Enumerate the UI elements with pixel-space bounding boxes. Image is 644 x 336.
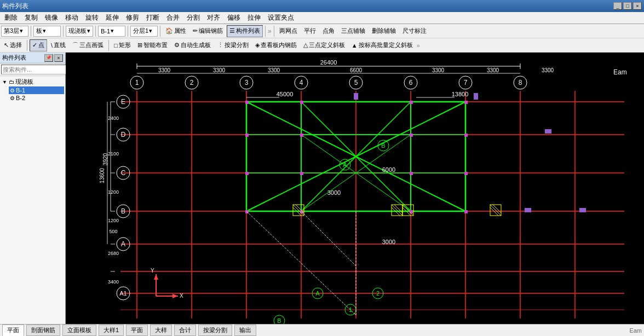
- svg-text:6600: 6600: [350, 67, 363, 73]
- delete-axis-button[interactable]: 删除辅轴: [369, 25, 399, 37]
- menu-stretch[interactable]: 拉伸: [244, 12, 264, 24]
- svg-text:C: C: [121, 169, 126, 177]
- svg-text:7: 7: [464, 79, 468, 86]
- menu-copy[interactable]: 复制: [21, 12, 41, 24]
- svg-text:E: E: [121, 98, 125, 106]
- two-points-button[interactable]: 两网点: [277, 25, 300, 37]
- sep2: [63, 26, 64, 37]
- menu-break[interactable]: 打断: [143, 12, 163, 24]
- svg-text:5: 5: [354, 79, 358, 86]
- svg-text:1200: 1200: [108, 189, 119, 195]
- cad-drawing: 1 2 3 4 5 6 7 8 E D C B A: [66, 53, 644, 324]
- menu-delete[interactable]: 删除: [1, 12, 21, 24]
- svg-text:4: 4: [300, 79, 303, 86]
- menu-setgrip[interactable]: 设置夹点: [264, 12, 297, 24]
- menu-mirror[interactable]: 镜像: [42, 12, 61, 24]
- auto-generate-button[interactable]: ⚙ 自动生成板: [171, 39, 214, 51]
- tree-root[interactable]: ▼ 🗀 现浇板: [1, 77, 64, 86]
- menu-split[interactable]: 分割: [183, 12, 203, 24]
- svg-rect-102: [300, 134, 303, 137]
- tree-children: ⚙ B-1 ⚙ B-2: [1, 86, 64, 102]
- svg-rect-146: [354, 93, 358, 100]
- menu-extend[interactable]: 延伸: [102, 12, 122, 24]
- svg-text:3000: 3000: [382, 239, 395, 245]
- layer-select[interactable]: 第3层 ▾: [1, 26, 28, 37]
- component-list-button[interactable]: ☰ 构件列表: [227, 25, 263, 37]
- sep6: [265, 26, 266, 37]
- tab-split[interactable]: 按梁分割: [198, 325, 232, 336]
- smart-layout-button[interactable]: ⊞ 智能布置: [135, 39, 170, 51]
- maximize-button[interactable]: □: [623, 2, 632, 10]
- menu-offset[interactable]: 偏移: [224, 12, 244, 24]
- canvas-area[interactable]: 1 2 3 4 5 6 7 8 E D C B A: [66, 53, 644, 324]
- tab-elevation[interactable]: 立面模板: [62, 325, 96, 336]
- split-by-beam-button[interactable]: ⋮ 按梁分割: [215, 39, 251, 51]
- property-button[interactable]: 🏠 属性: [163, 25, 189, 37]
- svg-text:13800: 13800: [452, 91, 469, 97]
- tree-item-b2[interactable]: ⚙ B-2: [9, 94, 64, 102]
- angle-button[interactable]: 点角: [320, 25, 337, 37]
- main-layout: 构件列表 📌 × 🔍 ▼ 🗀 现浇板 ⚙ B-1 ⚙: [0, 53, 644, 324]
- svg-rect-105: [245, 172, 249, 175]
- sep5: [160, 26, 160, 37]
- close-button[interactable]: ×: [633, 2, 642, 10]
- tab-detail2[interactable]: 大样: [150, 325, 172, 336]
- svg-text:1: 1: [135, 79, 139, 86]
- three-point-axis-button[interactable]: 三点辅轴: [338, 25, 368, 37]
- status-info: Eam: [629, 327, 642, 334]
- title-bar-buttons: _ □ ×: [613, 2, 642, 10]
- toolbar1: 第3层 ▾ 板 ▾ 现浇板 ▾ B-1 ▾ 分层1 ▾ 🏠 属性 ✏ 编辑钢筋 …: [0, 24, 644, 38]
- svg-text:3400: 3400: [108, 279, 119, 285]
- status-bar: 平面 剖面钢筋 立面模板 大样1 平面 大样 合计 按梁分割 输出 Eam: [0, 324, 644, 336]
- svg-text:Eam: Eam: [613, 68, 627, 76]
- edit-rebar-button[interactable]: ✏ 编辑钢筋: [190, 25, 226, 37]
- tab-section[interactable]: 剖面钢筋: [26, 325, 60, 336]
- batch-slope-button[interactable]: ▲ 按标高批量定义斜板: [349, 39, 416, 51]
- svg-rect-98: [300, 101, 303, 104]
- three-point-slope-button[interactable]: △ 三点定义斜板: [301, 39, 348, 51]
- layer-type-select[interactable]: 板 ▾: [33, 26, 61, 37]
- point-button[interactable]: ✓ 点: [30, 39, 47, 51]
- svg-text:B: B: [381, 142, 385, 149]
- material-select[interactable]: 现浇板 ▾: [66, 26, 93, 37]
- element-select[interactable]: B-1 ▾: [98, 26, 125, 37]
- tab-plane2[interactable]: 平面: [126, 325, 148, 336]
- svg-text:1200: 1200: [108, 218, 119, 223]
- tab-total[interactable]: 合计: [174, 325, 196, 336]
- menu-align[interactable]: 对齐: [204, 12, 223, 24]
- minimize-button[interactable]: _: [613, 2, 622, 10]
- menu-trim[interactable]: 修剪: [123, 12, 142, 24]
- tab-detail1[interactable]: 大样1: [99, 325, 124, 336]
- svg-text:3300: 3300: [268, 67, 280, 73]
- toolbar2: ↖ 选择 ✓ 点 \ 直线 ⌒ 三点画弧 □ 矩形 ⊞ 智能布置 ⚙ 自动生成板…: [0, 38, 644, 53]
- svg-text:B: B: [121, 207, 125, 215]
- menu-rotate[interactable]: 旋转: [82, 12, 102, 24]
- sublayer-select[interactable]: 分层1 ▾: [130, 26, 158, 37]
- svg-rect-101: [245, 134, 249, 137]
- tab-plane[interactable]: 平面: [2, 325, 24, 336]
- svg-rect-149: [525, 208, 531, 212]
- tab-output[interactable]: 输出: [234, 325, 256, 336]
- svg-text:26400: 26400: [320, 59, 337, 66]
- svg-text:13600: 13600: [99, 168, 105, 183]
- parallel-button[interactable]: 平行: [301, 25, 319, 37]
- svg-text:500: 500: [109, 229, 117, 234]
- dimension-button[interactable]: 尺寸标注: [400, 25, 429, 37]
- svg-text:3300: 3300: [542, 67, 554, 73]
- panel-pin-button[interactable]: 📌: [44, 54, 53, 62]
- tree-item-b1[interactable]: ⚙ B-1: [9, 86, 64, 94]
- search-bar: 🔍: [0, 63, 65, 76]
- svg-text:8: 8: [519, 79, 522, 86]
- svg-text:X: X: [180, 293, 183, 299]
- svg-text:2: 2: [376, 290, 380, 297]
- svg-rect-150: [579, 208, 586, 212]
- line-button[interactable]: \ 直线: [48, 39, 68, 51]
- menu-merge[interactable]: 合并: [163, 12, 183, 24]
- svg-text:2400: 2400: [108, 115, 119, 121]
- view-rebar-button[interactable]: ◈ 查看板内钢筋: [252, 39, 300, 51]
- arc-button[interactable]: ⌒ 三点画弧: [70, 39, 106, 51]
- menu-move[interactable]: 移动: [62, 12, 82, 24]
- panel-close-button[interactable]: ×: [54, 54, 63, 62]
- select-button[interactable]: ↖ 选择: [1, 39, 25, 51]
- rect-button[interactable]: □ 矩形: [111, 39, 134, 51]
